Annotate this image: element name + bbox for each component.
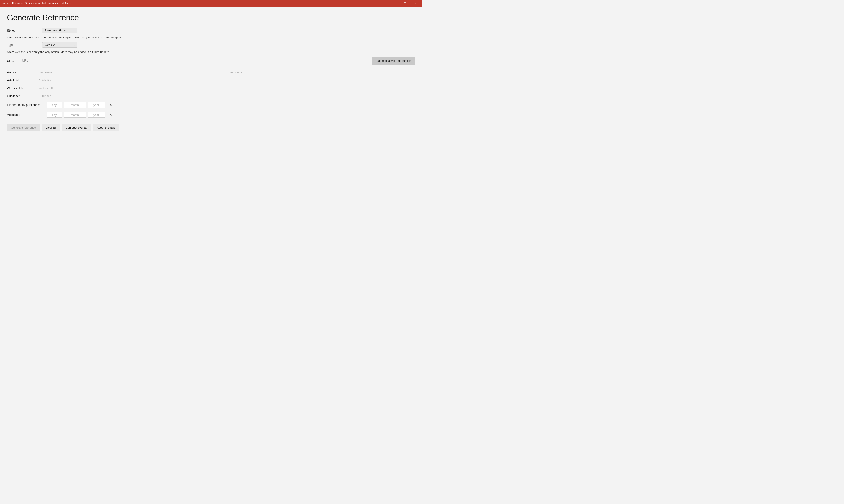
auto-fill-button[interactable]: Automatically fill information	[372, 57, 415, 65]
clear-accessed-date-button[interactable]: ✕	[108, 112, 114, 118]
elec-day-input[interactable]	[47, 102, 62, 108]
website-title-label: Website title:	[7, 86, 38, 90]
article-title-row: Article title:	[7, 76, 415, 84]
style-select-wrapper: Swinburne Harvard	[42, 28, 77, 33]
type-label: Type:	[7, 43, 42, 47]
elec-month-input[interactable]	[64, 102, 86, 108]
main-content: Generate Reference Style: Swinburne Harv…	[0, 7, 422, 137]
style-note: Note: Swinburne Harvard is currently the…	[7, 36, 415, 39]
type-note: Note: Website is currently the only opti…	[7, 50, 415, 54]
article-title-label: Article title:	[7, 78, 38, 82]
publisher-label: Publisher:	[7, 94, 38, 98]
type-row: Type: Website	[7, 42, 415, 48]
elec-published-row: Electronically published: ✕	[7, 100, 415, 110]
minimize-button[interactable]: —	[390, 0, 400, 7]
elec-published-label: Electronically published:	[7, 103, 47, 107]
website-title-input[interactable]	[38, 86, 415, 90]
close-button[interactable]: ✕	[410, 0, 420, 7]
accessed-year-input[interactable]	[88, 112, 105, 118]
accessed-day-input[interactable]	[47, 112, 62, 118]
restore-button[interactable]: ❐	[400, 0, 410, 7]
compact-overlay-button[interactable]: Compact overlay	[61, 124, 91, 131]
article-title-input[interactable]	[38, 78, 415, 82]
author-row: Author:	[7, 68, 415, 76]
accessed-inputs: ✕	[47, 112, 114, 118]
close-icon: ✕	[109, 113, 112, 116]
author-label: Author:	[7, 71, 38, 74]
accessed-row: Accessed: ✕	[7, 110, 415, 120]
type-select-wrapper: Website	[42, 42, 77, 48]
first-name-input[interactable]	[38, 70, 225, 74]
type-select[interactable]: Website	[42, 42, 77, 48]
style-row: Style: Swinburne Harvard	[7, 28, 415, 33]
last-name-input[interactable]	[225, 70, 415, 74]
close-icon: ✕	[109, 103, 112, 107]
publisher-row: Publisher:	[7, 92, 415, 100]
url-label: URL:	[7, 59, 21, 62]
page-title: Generate Reference	[7, 13, 415, 22]
clear-all-button[interactable]: Clear all	[41, 124, 60, 131]
button-row: Generate reference Clear all Compact ove…	[7, 124, 415, 131]
titlebar: Website Reference Generator for Swinburn…	[0, 0, 422, 7]
fields-container: Author: Article title: Website title: Pu…	[7, 68, 415, 120]
url-input[interactable]	[21, 57, 369, 64]
website-title-row: Website title:	[7, 84, 415, 92]
clear-elec-date-button[interactable]: ✕	[108, 102, 114, 108]
accessed-month-input[interactable]	[64, 112, 86, 118]
style-select[interactable]: Swinburne Harvard	[42, 28, 77, 33]
window-controls: — ❐ ✕	[390, 0, 420, 7]
accessed-label: Accessed:	[7, 113, 47, 116]
app-title: Website Reference Generator for Swinburn…	[2, 2, 71, 5]
elec-published-inputs: ✕	[47, 102, 114, 108]
generate-reference-button[interactable]: Generate reference	[7, 124, 40, 131]
publisher-input[interactable]	[38, 94, 415, 98]
author-inputs	[38, 70, 415, 74]
about-button[interactable]: About this app	[93, 124, 119, 131]
elec-year-input[interactable]	[88, 102, 105, 108]
style-label: Style:	[7, 29, 42, 32]
url-row: URL: Automatically fill information	[7, 57, 415, 65]
